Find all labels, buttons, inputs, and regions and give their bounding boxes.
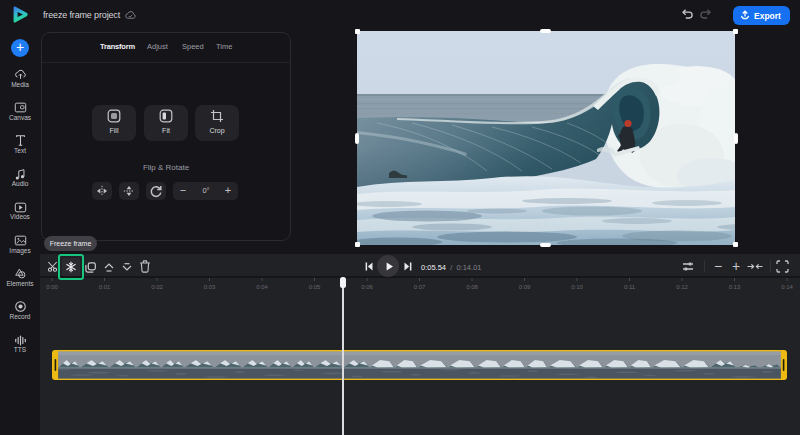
svg-text:0:14: 0:14: [781, 284, 793, 290]
svg-text:0:01: 0:01: [99, 284, 111, 290]
svg-text:0:11: 0:11: [624, 284, 636, 290]
svg-text:0:02: 0:02: [151, 284, 163, 290]
svg-text:0:09: 0:09: [519, 284, 531, 290]
svg-text:0:07: 0:07: [414, 284, 426, 290]
svg-text:0:05: 0:05: [309, 284, 321, 290]
svg-text:0:04: 0:04: [256, 284, 268, 290]
svg-text:0:10: 0:10: [571, 284, 583, 290]
svg-text:0:00: 0:00: [46, 284, 58, 290]
svg-text:0:03: 0:03: [204, 284, 216, 290]
svg-text:0:12: 0:12: [676, 284, 688, 290]
svg-text:0:06: 0:06: [361, 284, 373, 290]
svg-text:0:08: 0:08: [466, 284, 478, 290]
svg-text:0:13: 0:13: [729, 284, 741, 290]
